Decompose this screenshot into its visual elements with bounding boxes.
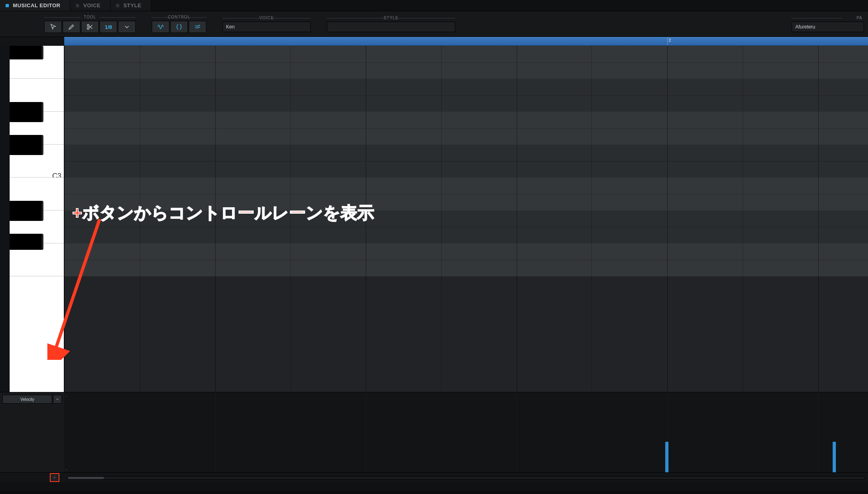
tab-bar: MUSICAL EDITOR VOICE STYLE: [0, 0, 868, 11]
control-vibrato-button[interactable]: [189, 21, 206, 33]
lane-selector: Velocity: [2, 395, 62, 404]
quantize-dropdown-button[interactable]: [118, 21, 136, 33]
piano-body: C3: [0, 46, 64, 392]
ruler-row: 2: [0, 37, 868, 46]
tab-style[interactable]: STYLE: [110, 0, 151, 11]
quantize-value-button[interactable]: 1/8: [100, 21, 117, 33]
voice-field[interactable]: Ken: [222, 22, 311, 32]
scissors-icon: [86, 23, 94, 31]
voice-section: VOICE Ken: [222, 16, 311, 32]
voice-value: Ken: [226, 24, 234, 30]
tab-label: STYLE: [123, 2, 141, 8]
tab-musical-editor[interactable]: MUSICAL EDITOR: [0, 0, 70, 11]
black-key[interactable]: [10, 102, 43, 122]
tab-label: MUSICAL EDITOR: [13, 2, 60, 8]
piano-margin: [0, 46, 10, 392]
draw-tool-button[interactable]: [63, 21, 80, 33]
chevron-down-icon: [123, 23, 130, 31]
main-area: 2 C3: [0, 37, 868, 483]
ruler-left-gutter: [0, 37, 64, 46]
scroll-thumb[interactable]: [68, 477, 104, 479]
black-key[interactable]: [10, 135, 43, 155]
velocity-bar[interactable]: [665, 442, 668, 472]
cut-tool-button[interactable]: [81, 21, 99, 33]
quantize-value: 1/8: [105, 24, 112, 30]
piano-keys[interactable]: C3: [10, 46, 64, 392]
lane-tick-top: -: [66, 393, 67, 398]
control-lane: Velocity - -: [0, 392, 868, 472]
status-bar: [0, 491, 868, 494]
tab-voice[interactable]: VOICE: [70, 0, 110, 11]
plus-icon: +: [53, 474, 56, 481]
section-label: STYLE: [327, 16, 455, 20]
scroll-track[interactable]: [67, 476, 865, 480]
black-key[interactable]: [10, 201, 43, 221]
style-field[interactable]: [327, 22, 455, 32]
approx-icon: [194, 23, 201, 31]
horizontal-scrollbar[interactable]: [64, 473, 868, 483]
tab-indicator-icon: [116, 4, 119, 7]
lane-tick-bottom: -: [66, 467, 67, 472]
section-label: PA: [792, 16, 864, 20]
toolbar: TOOL 1/8 CONTROL: [0, 11, 868, 37]
svg-point-1: [87, 28, 89, 30]
tab-indicator-icon: [6, 4, 9, 7]
lane-left-panel: Velocity: [0, 392, 64, 472]
tab-label: VOICE: [83, 2, 100, 8]
svg-point-0: [87, 24, 89, 27]
black-key[interactable]: [10, 46, 43, 59]
lane-type-button[interactable]: Velocity: [2, 395, 52, 404]
lane-type-label: Velocity: [20, 397, 34, 402]
time-ruler[interactable]: 2: [64, 37, 868, 46]
tool-section: TOOL 1/8: [44, 15, 136, 33]
tab-indicator-icon: [76, 4, 79, 7]
param-field[interactable]: Afureteru: [792, 22, 864, 32]
add-lane-button[interactable]: +: [50, 473, 59, 482]
cursor-icon: [49, 23, 57, 31]
control-braces-button[interactable]: [170, 21, 188, 33]
ruler-mark: 2: [667, 37, 672, 45]
note-grid[interactable]: [64, 46, 868, 392]
wave-icon: [157, 23, 164, 31]
lane-body[interactable]: - -: [64, 392, 868, 472]
velocity-bar[interactable]: [833, 442, 836, 472]
control-section: CONTROL: [152, 15, 206, 33]
style-section: STYLE: [327, 16, 455, 32]
bottom-bar: +: [0, 472, 868, 483]
braces-icon: [175, 23, 183, 31]
section-label: TOOL: [44, 15, 136, 19]
section-label: VOICE: [222, 16, 311, 20]
lane-type-dropdown[interactable]: [53, 395, 62, 404]
ruler-mark-label: 2: [669, 38, 671, 43]
param-section: PA Afureteru: [792, 16, 864, 32]
chevron-down-icon: [55, 397, 60, 402]
pencil-icon: [68, 23, 75, 31]
control-wave-button[interactable]: [152, 21, 169, 33]
bottom-left: +: [0, 473, 64, 483]
section-label: CONTROL: [152, 15, 206, 19]
param-value: Afureteru: [795, 24, 815, 30]
piano-panel: C3: [0, 46, 64, 392]
arrow-tool-button[interactable]: [44, 21, 62, 33]
editor: C3: [0, 46, 868, 392]
black-key[interactable]: [10, 234, 43, 250]
